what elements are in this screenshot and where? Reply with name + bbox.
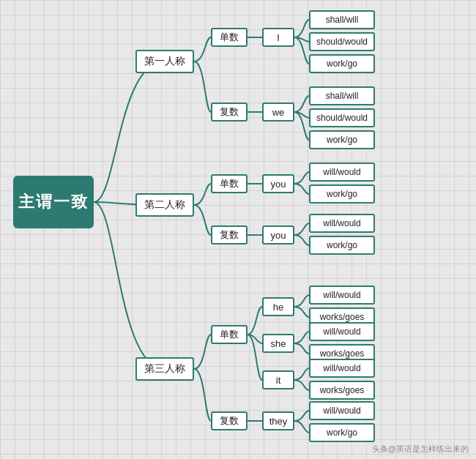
l1-node-1: 第一人称 [135, 50, 194, 73]
l2-label-1a: 单数 [220, 31, 239, 44]
l3-label-we: we [272, 107, 285, 118]
l2-node-3b: 复数 [211, 411, 248, 430]
l4-label-1: should/would [316, 37, 368, 47]
l4-node-should-would-1: should/would [309, 32, 375, 51]
l2-label-1b: 复数 [220, 105, 239, 119]
l4-label-13: works/goes [320, 348, 365, 359]
l4-node-will-would-he: will/would [309, 286, 375, 305]
l4-node-work-go-they: work/go [309, 423, 375, 442]
l4-label-3: shall/will [326, 91, 359, 101]
l3-node-you2: you [262, 225, 294, 245]
l4-node-work-go-3: work/go [309, 184, 375, 204]
l4-label-12: will/would [323, 326, 360, 337]
l4-label-11: works/goes [320, 312, 365, 322]
l3-label-she: she [271, 338, 286, 349]
l1-node-3: 第三人称 [135, 357, 194, 381]
l4-node-will-would-it: will/would [309, 359, 375, 378]
l2-label-2b: 复数 [220, 228, 239, 242]
root-label: 主谓一致 [18, 191, 89, 213]
l4-node-work-go-2: work/go [309, 130, 375, 149]
l2-node-2a: 单数 [211, 174, 248, 193]
l4-label-9: work/go [327, 240, 357, 250]
l4-label-15: works/goes [320, 385, 365, 395]
l2-node-1b: 复数 [211, 102, 248, 122]
l1-node-2: 第二人称 [135, 193, 194, 217]
l4-label-10: will/would [323, 290, 360, 300]
l2-label-3b: 复数 [220, 414, 239, 428]
l4-node-work-go-4: work/go [309, 236, 375, 255]
mind-map: 主谓一致 第一人称 第二人称 第三人称 单数 复数 单数 复数 单数 复数 I … [0, 0, 476, 459]
l4-label-7: work/go [327, 189, 357, 199]
l4-node-work-go-1: work/go [309, 54, 375, 73]
l3-label-you2: you [271, 230, 286, 241]
l3-node-I: I [262, 28, 294, 47]
l3-node-it: it [262, 370, 294, 389]
l4-label-17: work/go [327, 428, 357, 438]
l4-node-will-would-she: will/would [309, 322, 375, 341]
l4-node-shall-will-1: shall/will [309, 10, 375, 29]
l4-label-5: work/go [327, 135, 357, 145]
l3-node-they: they [262, 411, 294, 430]
l2-node-1a: 单数 [211, 28, 248, 47]
l3-label-they: they [269, 416, 288, 427]
l3-label-I: I [277, 32, 280, 43]
watermark-text: 头条@英语是怎样练出来的 [372, 444, 469, 453]
l4-label-14: will/would [323, 363, 360, 373]
l3-node-we: we [262, 102, 294, 122]
l4-label-6: will/would [323, 167, 360, 177]
l4-node-should-would-2: should/would [309, 108, 375, 127]
l4-node-shall-will-2: shall/will [309, 86, 375, 105]
l4-node-will-would-they: will/would [309, 401, 375, 420]
root-node: 主谓一致 [13, 176, 94, 228]
l3-label-you1: you [271, 179, 286, 190]
l3-node-she: she [262, 334, 294, 353]
l4-label-0: shall/will [326, 15, 359, 25]
watermark: 头条@英语是怎样练出来的 [372, 444, 469, 455]
l3-label-he: he [273, 302, 283, 313]
l3-node-he: he [262, 297, 294, 316]
l4-node-works-goes-it: works/goes [309, 381, 375, 400]
l2-node-2b: 复数 [211, 225, 248, 245]
l2-label-2a: 单数 [220, 177, 239, 190]
l4-node-will-would-2: will/would [309, 214, 375, 233]
l3-label-it: it [276, 375, 281, 386]
l3-node-you1: you [262, 174, 294, 193]
l4-node-will-would-1: will/would [309, 163, 375, 182]
l4-label-8: will/would [323, 218, 360, 228]
l1-label-3: 第三人称 [144, 362, 185, 376]
l2-node-3a: 单数 [211, 325, 248, 344]
l1-label-2: 第二人称 [144, 198, 185, 212]
l4-label-2: work/go [327, 59, 357, 69]
l4-label-16: will/would [323, 406, 360, 416]
l4-label-4: should/would [316, 113, 368, 123]
l1-label-1: 第一人称 [144, 55, 185, 68]
l2-label-3a: 单数 [220, 328, 239, 341]
